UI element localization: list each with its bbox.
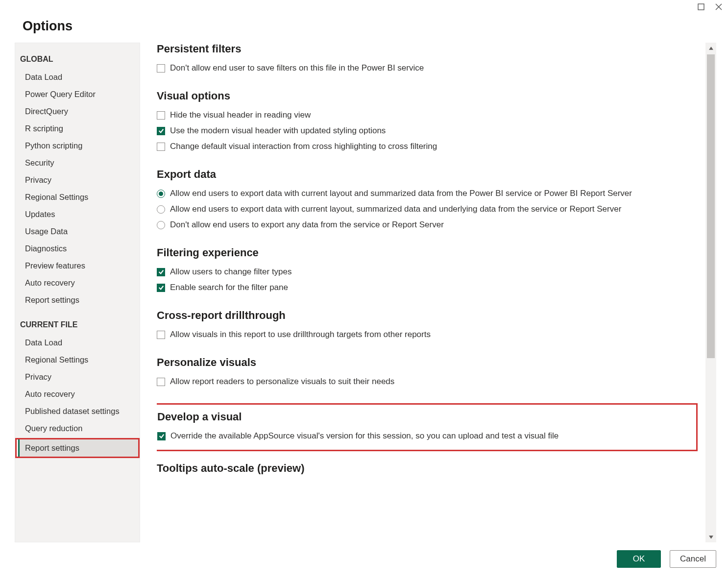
sidebar-item-cf-auto-recovery[interactable]: Auto recovery [15,386,140,403]
options-sidebar: GLOBAL Data Load Power Query Editor Dire… [15,43,140,542]
sidebar-item-r-scripting[interactable]: R scripting [15,120,140,137]
opt-override-appsource[interactable]: Override the available AppSource visual'… [157,428,692,444]
svg-rect-0 [698,4,704,10]
section-title-drill: Cross-report drillthrough [157,309,698,322]
opt-cross-filtering[interactable]: Change default visual interaction from c… [157,139,698,154]
section-title-export: Export data [157,168,698,181]
section-title-personalize: Personalize visuals [157,356,698,369]
sidebar-item-directquery[interactable]: DirectQuery [15,103,140,120]
sidebar-item-cf-privacy[interactable]: Privacy [15,368,140,386]
maximize-icon[interactable] [696,1,706,12]
checkbox-icon[interactable] [157,284,165,292]
opt-search-filter-pane[interactable]: Enable search for the filter pane [157,280,698,295]
opt-label: Hide the visual header in reading view [170,110,311,120]
checkbox-icon[interactable] [157,432,166,440]
opt-export-none[interactable]: Don't allow end users to export any data… [157,217,698,233]
sidebar-item-python-scripting[interactable]: Python scripting [15,137,140,154]
checkbox-icon[interactable] [157,64,165,73]
section-export-data: Export data Allow end users to export da… [157,168,698,233]
sidebar-item-updates[interactable]: Updates [15,206,140,223]
sidebar-group-global: GLOBAL [15,52,140,69]
opt-label: Don't allow end users to export any data… [170,220,444,230]
section-title-filtering: Filtering experience [157,246,698,259]
sidebar-item-privacy[interactable]: Privacy [15,171,140,189]
opt-drillthrough[interactable]: Allow visuals in this report to use dril… [157,327,698,342]
checkbox-icon[interactable] [157,111,165,120]
opt-label: Use the modern visual header with update… [170,126,386,136]
checkbox-icon[interactable] [157,378,165,386]
sidebar-group-current-file: CURRENT FILE [15,317,140,334]
sidebar-item-cf-published-dataset[interactable]: Published dataset settings [15,403,140,420]
sidebar-item-cf-data-load[interactable]: Data Load [15,334,140,351]
scroll-up-icon[interactable] [705,43,716,53]
radio-icon[interactable] [157,190,165,198]
cancel-button-label: Cancel [680,554,706,564]
body-area: GLOBAL Data Load Power Query Editor Dire… [0,43,728,542]
opt-label: Allow users to change filter types [170,267,292,277]
sidebar-item-usage-data[interactable]: Usage Data [15,223,140,240]
highlight-sidebar-report-settings: Report settings [15,438,140,458]
opt-label: Enable search for the filter pane [170,283,288,292]
highlight-develop-visual: Develop a visual Override the available … [157,403,698,451]
checkbox-icon[interactable] [157,331,165,339]
opt-hide-visual-header[interactable]: Hide the visual header in reading view [157,107,698,123]
scroll-down-icon[interactable] [705,532,716,542]
sidebar-item-cf-query-reduction[interactable]: Query reduction [15,420,140,437]
section-title-tooltips: Tooltips auto-scale (preview) [157,462,698,475]
section-title-develop: Develop a visual [157,411,692,423]
opt-persistent-dont-allow[interactable]: Don't allow end user to save filters on … [157,60,698,76]
sidebar-item-cf-regional-settings[interactable]: Regional Settings [15,351,140,368]
sidebar-item-security[interactable]: Security [15,154,140,171]
opt-label: Change default visual interaction from c… [170,142,437,151]
section-title-visual: Visual options [157,90,698,102]
scroll-thumb[interactable] [707,54,715,358]
sidebar-item-preview-features[interactable]: Preview features [15,257,140,274]
cancel-button[interactable]: Cancel [670,550,716,568]
opt-modern-visual-header[interactable]: Use the modern visual header with update… [157,123,698,139]
sidebar-item-power-query-editor[interactable]: Power Query Editor [15,86,140,103]
radio-icon[interactable] [157,221,165,229]
opt-personalize[interactable]: Allow report readers to personalize visu… [157,374,698,389]
settings-content: Persistent filters Don't allow end user … [157,43,704,542]
checkbox-icon[interactable] [157,268,165,276]
checkbox-icon[interactable] [157,127,165,135]
section-title-persistent: Persistent filters [157,43,698,55]
opt-label: Don't allow end user to save filters on … [170,63,424,73]
sidebar-item-auto-recovery[interactable]: Auto recovery [15,274,140,292]
dialog-title: Options [0,14,728,43]
svg-marker-4 [709,535,713,539]
opt-label: Allow end users to export data with curr… [170,189,632,198]
dialog-footer: OK Cancel [0,542,728,568]
close-icon[interactable] [713,1,724,12]
section-filtering-experience: Filtering experience Allow users to chan… [157,246,698,295]
titlebar [0,0,728,14]
content-area: Persistent filters Don't allow end user … [140,43,716,542]
opt-export-underlying[interactable]: Allow end users to export data with curr… [157,201,698,217]
sidebar-item-regional-settings[interactable]: Regional Settings [15,189,140,206]
opt-change-filter-types[interactable]: Allow users to change filter types [157,264,698,280]
section-visual-options: Visual options Hide the visual header in… [157,90,698,154]
section-personalize-visuals: Personalize visuals Allow report readers… [157,356,698,389]
section-persistent-filters: Persistent filters Don't allow end user … [157,43,698,76]
section-cross-report-drill: Cross-report drillthrough Allow visuals … [157,309,698,342]
opt-label: Allow visuals in this report to use dril… [170,330,431,340]
opt-export-summarized[interactable]: Allow end users to export data with curr… [157,186,698,201]
svg-marker-3 [709,47,713,50]
opt-label: Override the available AppSource visual'… [170,431,558,441]
opt-label: Allow end users to export data with curr… [170,204,621,214]
ok-button-label: OK [633,554,645,564]
ok-button[interactable]: OK [617,550,661,568]
section-tooltips-autoscale: Tooltips auto-scale (preview) [157,462,698,475]
sidebar-item-cf-report-settings[interactable]: Report settings [18,439,138,457]
sidebar-item-diagnostics[interactable]: Diagnostics [15,240,140,257]
checkbox-icon[interactable] [157,143,165,151]
sidebar-item-report-settings-global[interactable]: Report settings [15,292,140,309]
opt-label: Allow report readers to personalize visu… [170,377,394,387]
radio-icon[interactable] [157,205,165,214]
sidebar-item-data-load[interactable]: Data Load [15,69,140,86]
scrollbar[interactable] [705,43,716,542]
